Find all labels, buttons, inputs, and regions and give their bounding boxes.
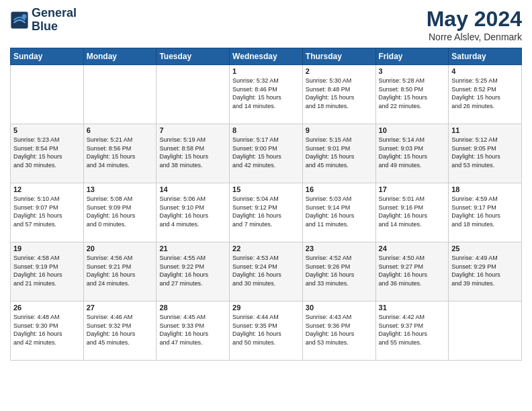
calendar-cell: 26Sunrise: 4:48 AM Sunset: 9:30 PM Dayli… <box>11 302 84 361</box>
calendar-cell: 28Sunrise: 4:45 AM Sunset: 9:33 PM Dayli… <box>157 302 230 361</box>
day-info: Sunrise: 5:06 AM Sunset: 9:10 PM Dayligh… <box>159 195 226 228</box>
weekday-friday: Friday <box>375 48 449 65</box>
day-number: 7 <box>159 126 226 134</box>
day-number: 20 <box>87 244 154 253</box>
day-info: Sunrise: 5:01 AM Sunset: 9:16 PM Dayligh… <box>379 195 446 228</box>
weekday-sunday: Sunday <box>11 48 84 65</box>
day-number: 4 <box>451 67 519 75</box>
week-row-5: 26Sunrise: 4:48 AM Sunset: 9:30 PM Dayli… <box>11 302 522 361</box>
weekday-saturday: Saturday <box>449 48 522 65</box>
calendar-cell: 20Sunrise: 4:56 AM Sunset: 9:21 PM Dayli… <box>83 242 157 302</box>
logo-line2: Blue <box>32 20 77 34</box>
day-info: Sunrise: 5:04 AM Sunset: 9:12 PM Dayligh… <box>232 195 300 228</box>
calendar-cell <box>449 302 522 361</box>
calendar-cell: 25Sunrise: 4:49 AM Sunset: 9:29 PM Dayli… <box>449 242 522 302</box>
day-number: 26 <box>13 304 81 312</box>
day-info: Sunrise: 5:08 AM Sunset: 9:09 PM Dayligh… <box>87 195 154 228</box>
calendar-title: May 2024 <box>427 7 522 32</box>
day-info: Sunrise: 5:12 AM Sunset: 9:05 PM Dayligh… <box>451 136 519 169</box>
calendar-table: SundayMondayTuesdayWednesdayThursdayFrid… <box>10 48 522 361</box>
day-info: Sunrise: 5:21 AM Sunset: 8:56 PM Dayligh… <box>87 136 154 169</box>
calendar-cell: 14Sunrise: 5:06 AM Sunset: 9:10 PM Dayli… <box>157 183 230 242</box>
day-number: 27 <box>87 304 154 312</box>
day-info: Sunrise: 4:45 AM Sunset: 9:33 PM Dayligh… <box>159 313 226 347</box>
day-info: Sunrise: 5:17 AM Sunset: 9:00 PM Dayligh… <box>232 136 300 169</box>
day-number: 1 <box>232 67 300 75</box>
day-number: 28 <box>159 304 226 312</box>
day-info: Sunrise: 5:25 AM Sunset: 8:52 PM Dayligh… <box>451 77 519 110</box>
calendar-cell: 15Sunrise: 5:04 AM Sunset: 9:12 PM Dayli… <box>230 183 303 242</box>
day-info: Sunrise: 5:28 AM Sunset: 8:50 PM Dayligh… <box>379 77 446 110</box>
logo-icon <box>10 11 29 30</box>
day-number: 11 <box>451 126 519 134</box>
logo: General Blue <box>10 7 77 34</box>
day-info: Sunrise: 4:52 AM Sunset: 9:26 PM Dayligh… <box>306 254 373 287</box>
day-number: 29 <box>232 304 300 312</box>
day-info: Sunrise: 4:48 AM Sunset: 9:30 PM Dayligh… <box>13 313 81 347</box>
calendar-cell: 31Sunrise: 4:42 AM Sunset: 9:37 PM Dayli… <box>375 302 449 361</box>
week-row-3: 12Sunrise: 5:10 AM Sunset: 9:07 PM Dayli… <box>11 183 522 242</box>
day-info: Sunrise: 5:23 AM Sunset: 8:54 PM Dayligh… <box>13 136 81 169</box>
calendar-cell: 10Sunrise: 5:14 AM Sunset: 9:03 PM Dayli… <box>375 124 449 183</box>
calendar-cell: 21Sunrise: 4:55 AM Sunset: 9:22 PM Dayli… <box>157 242 230 302</box>
calendar-cell: 23Sunrise: 4:52 AM Sunset: 9:26 PM Dayli… <box>302 242 375 302</box>
day-info: Sunrise: 4:59 AM Sunset: 9:17 PM Dayligh… <box>451 195 519 228</box>
calendar-cell: 1Sunrise: 5:32 AM Sunset: 8:46 PM Daylig… <box>230 65 303 124</box>
day-info: Sunrise: 5:32 AM Sunset: 8:46 PM Dayligh… <box>232 77 300 110</box>
calendar-cell: 3Sunrise: 5:28 AM Sunset: 8:50 PM Daylig… <box>375 65 449 124</box>
day-number: 14 <box>159 185 226 193</box>
day-info: Sunrise: 5:19 AM Sunset: 8:58 PM Dayligh… <box>159 136 226 169</box>
calendar-cell: 22Sunrise: 4:53 AM Sunset: 9:24 PM Dayli… <box>230 242 303 302</box>
calendar-cell: 9Sunrise: 5:15 AM Sunset: 9:01 PM Daylig… <box>302 124 375 183</box>
day-info: Sunrise: 5:15 AM Sunset: 9:01 PM Dayligh… <box>306 136 373 169</box>
day-number: 8 <box>232 126 300 134</box>
day-number: 6 <box>87 126 154 134</box>
day-number: 16 <box>306 185 373 193</box>
calendar-cell: 8Sunrise: 5:17 AM Sunset: 9:00 PM Daylig… <box>230 124 303 183</box>
week-row-4: 19Sunrise: 4:58 AM Sunset: 9:19 PM Dayli… <box>11 242 522 302</box>
calendar-cell: 19Sunrise: 4:58 AM Sunset: 9:19 PM Dayli… <box>11 242 84 302</box>
calendar-cell: 17Sunrise: 5:01 AM Sunset: 9:16 PM Dayli… <box>375 183 449 242</box>
weekday-wednesday: Wednesday <box>230 48 303 65</box>
day-number: 31 <box>379 304 446 312</box>
day-number: 17 <box>379 185 446 193</box>
calendar-cell: 5Sunrise: 5:23 AM Sunset: 8:54 PM Daylig… <box>11 124 84 183</box>
day-info: Sunrise: 4:42 AM Sunset: 9:37 PM Dayligh… <box>379 313 446 347</box>
calendar-cell: 29Sunrise: 4:44 AM Sunset: 9:35 PM Dayli… <box>230 302 303 361</box>
calendar-cell <box>157 65 230 124</box>
day-number: 30 <box>306 304 373 312</box>
title-block: May 2024 Norre Alslev, Denmark <box>427 7 522 42</box>
day-info: Sunrise: 4:55 AM Sunset: 9:22 PM Dayligh… <box>159 254 226 287</box>
logo-line1: General <box>32 7 77 20</box>
day-info: Sunrise: 5:03 AM Sunset: 9:14 PM Dayligh… <box>306 195 373 228</box>
calendar-subtitle: Norre Alslev, Denmark <box>427 32 522 42</box>
day-info: Sunrise: 4:50 AM Sunset: 9:27 PM Dayligh… <box>379 254 446 287</box>
calendar-cell: 30Sunrise: 4:43 AM Sunset: 9:36 PM Dayli… <box>302 302 375 361</box>
day-number: 9 <box>306 126 373 134</box>
day-info: Sunrise: 4:43 AM Sunset: 9:36 PM Dayligh… <box>306 313 373 347</box>
calendar-cell: 16Sunrise: 5:03 AM Sunset: 9:14 PM Dayli… <box>302 183 375 242</box>
week-row-2: 5Sunrise: 5:23 AM Sunset: 8:54 PM Daylig… <box>11 124 522 183</box>
day-number: 2 <box>306 67 373 75</box>
day-number: 19 <box>13 244 81 253</box>
calendar-cell <box>83 65 157 124</box>
day-info: Sunrise: 4:56 AM Sunset: 9:21 PM Dayligh… <box>87 254 154 287</box>
day-number: 24 <box>379 244 446 253</box>
day-info: Sunrise: 5:10 AM Sunset: 9:07 PM Dayligh… <box>13 195 81 228</box>
weekday-tuesday: Tuesday <box>157 48 230 65</box>
day-info: Sunrise: 4:44 AM Sunset: 9:35 PM Dayligh… <box>232 313 300 347</box>
day-info: Sunrise: 5:30 AM Sunset: 8:48 PM Dayligh… <box>306 77 373 110</box>
day-info: Sunrise: 4:53 AM Sunset: 9:24 PM Dayligh… <box>232 254 300 287</box>
day-info: Sunrise: 4:49 AM Sunset: 9:29 PM Dayligh… <box>451 254 519 287</box>
day-number: 23 <box>306 244 373 253</box>
day-number: 25 <box>451 244 519 253</box>
calendar-cell: 4Sunrise: 5:25 AM Sunset: 8:52 PM Daylig… <box>449 65 522 124</box>
weekday-monday: Monday <box>83 48 157 65</box>
day-number: 3 <box>379 67 446 75</box>
day-number: 10 <box>379 126 446 134</box>
week-row-1: 1Sunrise: 5:32 AM Sunset: 8:46 PM Daylig… <box>11 65 522 124</box>
day-number: 21 <box>159 244 226 253</box>
calendar-cell: 6Sunrise: 5:21 AM Sunset: 8:56 PM Daylig… <box>83 124 157 183</box>
day-number: 15 <box>232 185 300 193</box>
day-info: Sunrise: 4:58 AM Sunset: 9:19 PM Dayligh… <box>13 254 81 287</box>
